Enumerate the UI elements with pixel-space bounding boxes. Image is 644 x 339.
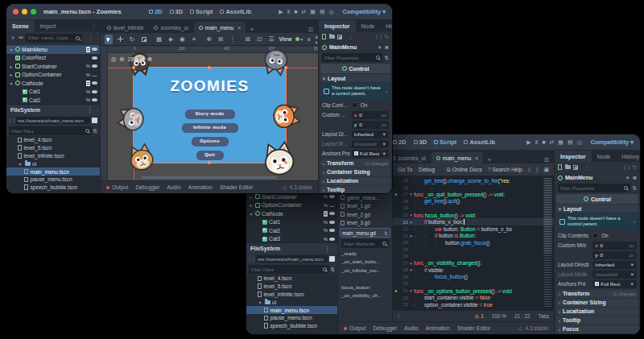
maximize-window-icon[interactable] [31, 9, 36, 14]
add-scene-tab-button[interactable]: + [484, 156, 494, 163]
zoom-out-icon[interactable]: ⊖ [120, 56, 125, 63]
output-panel-button[interactable]: Output [344, 325, 365, 331]
filesystem-menu-icon[interactable]: ⋮ [321, 246, 333, 252]
animation-panel-button[interactable]: Animation [188, 184, 213, 190]
script-back-icon[interactable]: ⟨ [528, 167, 530, 173]
tree-node-startcontainer[interactable]: ▸ StartContainer % [246, 192, 337, 201]
selection-handle[interactable] [284, 161, 287, 164]
remote-debug-icon[interactable]: ⇄ [549, 139, 554, 146]
layout-direction-select[interactable]: Inherited▼ [592, 261, 637, 269]
chevron-down-icon[interactable]: ▼ [625, 176, 630, 180]
add-node-button[interactable]: ＋ [10, 34, 16, 42]
tab-2d[interactable]: 2D [149, 8, 163, 15]
run-specific-scene-button[interactable]: ▤ [320, 9, 325, 15]
property-sort-icon[interactable]: ⇅ [633, 184, 637, 192]
current-script-item[interactable]: main_menu.gd ⇅ [340, 228, 390, 238]
layout-warning[interactable]: This node doesn't have a control parent.… [321, 84, 390, 99]
code-line-33[interactable]: 33»option_container.visible = true [393, 301, 554, 308]
code-editor[interactable]: 15»get_tree().change_scene_to_file("res:… [393, 176, 554, 321]
section-localization[interactable]: ›Localization [556, 308, 638, 316]
tree-node-optioncontainer[interactable]: ▸ OptionContainer % [246, 201, 337, 210]
run-current-scene-button[interactable]: ▦ [310, 9, 316, 15]
save-resource-icon[interactable] [337, 35, 342, 39]
methods-list[interactable]: _ready _on_start_butto... _on_infinite_m… [338, 249, 392, 300]
layout-mode-select[interactable]: Uncontroll▼ [592, 271, 637, 279]
selection-handle[interactable] [132, 66, 135, 69]
code-line-20[interactable]: 20▾func focus_button() -> void: [393, 212, 554, 219]
dock-menu-icon[interactable]: ⋮ [88, 23, 100, 29]
scene-tab-main-menu[interactable]: main_menu× [194, 22, 246, 33]
section-focus[interactable]: ›Focus [556, 325, 638, 333]
output-panel-button[interactable]: Output [106, 184, 128, 190]
history-tab[interactable]: History [616, 151, 640, 162]
sort-scripts-icon[interactable]: ⇅ [384, 230, 388, 236]
section-layout[interactable]: ▾Layout [556, 205, 638, 213]
renderer-dropdown[interactable]: Compatibility ▾ [343, 8, 386, 15]
min-size-y-field[interactable]: y 0 px [352, 121, 389, 129]
2d-viewport[interactable]: 0 200 400 600 800 ZOOMIES Story mode Inf… [101, 46, 318, 180]
filter-properties-input[interactable]: Filter Properties [558, 184, 630, 192]
method-item[interactable]: focus_button [338, 283, 392, 291]
selection-handle[interactable] [208, 161, 211, 164]
load-resource-icon[interactable] [565, 165, 571, 169]
save-resource-icon[interactable] [573, 165, 578, 170]
method-item[interactable]: _on_visibility_ch... [338, 291, 392, 300]
visibility-icon[interactable] [92, 97, 97, 103]
file-row-selected[interactable]: main_menu.tscn [246, 306, 337, 314]
file-row[interactable]: level_5.tscn [246, 283, 337, 291]
code-line-18[interactable]: 18»get_tree().quit() [393, 198, 554, 205]
filter-files-input[interactable]: Filter Files [249, 265, 329, 274]
folder-row-ui[interactable]: ▾ui [246, 298, 337, 306]
visibility-off-icon[interactable] [329, 203, 335, 207]
expand-icon[interactable]: ⊡ [305, 27, 316, 33]
code-line-21[interactable]: 21▾»if buttons_v_box: [393, 218, 554, 225]
layout-direction-select[interactable]: Inherited▼ [352, 130, 389, 138]
float-panel-icon[interactable]: ▣ [543, 167, 549, 173]
code-line-26[interactable]: 26 [393, 253, 554, 260]
code-line-22[interactable]: 22»»var button: Button = buttons_v_bo [393, 225, 554, 233]
tree-node-optioncontainer[interactable]: ▸ OptionContainer % [6, 71, 100, 80]
min-size-y-field[interactable]: y 0 px [592, 251, 637, 259]
scene-tree-menu-icon[interactable]: ⋮ [85, 35, 97, 41]
code-area[interactable]: 15»get_tree().change_scene_to_file("res:… [393, 176, 554, 310]
filter-properties-input[interactable]: Filter Properties [322, 53, 382, 62]
node-tab[interactable]: Node [592, 151, 617, 162]
object-history-icon[interactable]: ↻ [385, 34, 389, 40]
move-tool-button[interactable] [117, 35, 125, 44]
tab-script[interactable]: Script [190, 8, 213, 15]
script-badge-icon[interactable] [86, 47, 90, 52]
history-back-icon[interactable]: ⟨ [623, 164, 625, 171]
section-tooltip[interactable]: ›Tooltip [556, 316, 638, 325]
selection-handle[interactable] [284, 114, 287, 117]
script-item[interactable]: level_3.gd [338, 219, 392, 228]
rotate-tool-button[interactable]: ↻ [128, 35, 136, 44]
layout-mode-select[interactable]: Uncontroll▼ [352, 140, 389, 148]
resource-menu-icon[interactable]: ⋮ [345, 34, 357, 40]
view-menu[interactable]: View [279, 36, 292, 42]
file-row[interactable]: level_4.tscn [6, 136, 100, 144]
tree-node-mainmenu[interactable]: ▾ MainMenu [6, 45, 100, 54]
pause-button[interactable]: Ⅱ [535, 139, 538, 146]
pivot-tool-button[interactable]: ◈ [167, 35, 175, 44]
split-mode-icon[interactable] [92, 118, 97, 123]
clip-contents-checkbox[interactable] [352, 102, 357, 108]
code-line-28[interactable]: 28▾»if visible: [393, 267, 554, 274]
remote-debug-icon[interactable]: ⇄ [301, 9, 306, 15]
mute-icon[interactable]: ◁ [518, 325, 522, 332]
shader-editor-panel-button[interactable]: Shader Editor [457, 325, 491, 331]
node-tab[interactable]: Node [356, 20, 381, 31]
section-container-sizing[interactable]: ›Container Sizing [556, 299, 638, 307]
section-tooltip[interactable]: ›Tooltip [320, 186, 390, 193]
file-row[interactable]: pause_menu.tscn [246, 314, 337, 322]
play-button[interactable]: ▶ [526, 139, 530, 146]
clip-contents-checkbox[interactable] [592, 233, 598, 238]
script-item[interactable]: level_1.gd [338, 202, 392, 211]
visibility-icon[interactable] [92, 64, 97, 69]
method-item[interactable]: _ready [338, 249, 392, 258]
shader-editor-panel-button[interactable]: Shader Editor [220, 184, 254, 190]
method-item[interactable]: _on_start_butto... [338, 258, 392, 267]
pan-tool-button[interactable]: ◉ [179, 35, 187, 44]
close-icon[interactable]: × [475, 155, 478, 161]
new-resource-icon[interactable] [322, 34, 326, 39]
code-line-15[interactable]: 15»get_tree().change_scene_to_file("res: [393, 177, 554, 184]
